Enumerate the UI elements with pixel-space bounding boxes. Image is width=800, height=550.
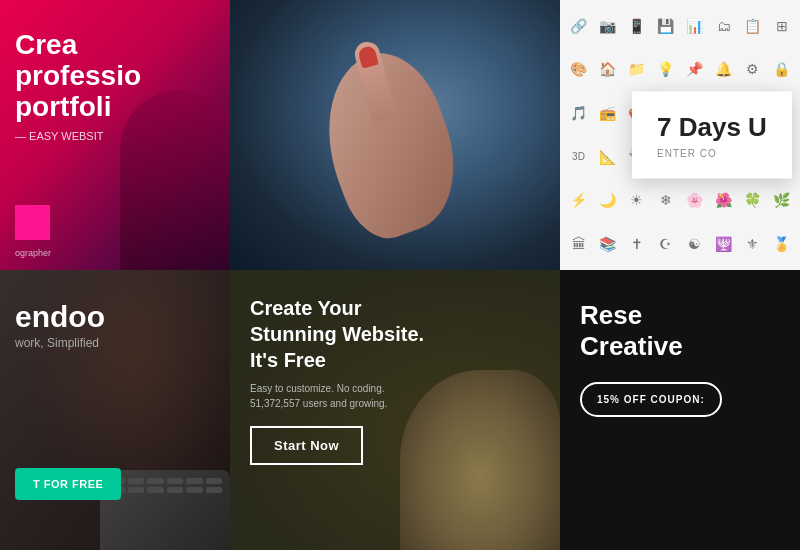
icon-item: 🌿 [768,180,795,222]
cell-vendoo: endoo work, Simplified T FOR FREE [0,270,230,550]
site-label: ographer [15,248,51,258]
icon-item: 🕎 [710,223,737,265]
icon-item: 💡 [652,49,679,91]
icon-item: 📋 [739,5,766,47]
start-now-button[interactable]: Start Now [250,426,363,465]
icon-item: ⚜ [739,223,766,265]
icon-item: 📚 [594,223,621,265]
icon-item: 📷 [594,5,621,47]
vendoo-cta-button[interactable]: T FOR FREE [15,468,121,500]
hand-photo-sim [230,0,560,270]
main-grid: Crea professio portfoli — EASY WEBSIT og… [0,0,800,550]
icon-item: 3D [565,136,592,178]
wix-headline: Create Your Stunning Website. It's Free [250,295,540,373]
reserve-headline: Rese Creative [580,300,780,362]
days-text: 7 Days U [657,112,767,143]
fingernail [357,44,379,68]
icon-item: 🏛 [565,223,592,265]
icon-item: 🎨 [565,49,592,91]
hand-shape [302,39,476,249]
vendoo-brand: endoo work, Simplified [15,300,105,350]
promo-overlay-card: 7 Days U ENTER CO [632,92,792,179]
reserve-content: Rese Creative 15% OFF COUPON: [560,270,800,447]
icon-item: 🌺 [710,180,737,222]
icon-item: ⚙ [739,49,766,91]
wix-subtext: Easy to customize. No coding. 51,372,557… [250,381,540,411]
icon-item: 📊 [681,5,708,47]
icon-item: ⊞ [768,5,795,47]
cell-reserve-creative: Rese Creative 15% OFF COUPON: [560,270,800,550]
icon-item: 🔗 [565,5,592,47]
icon-item: 🎵 [565,92,592,134]
cell-portfolio: Crea professio portfoli — EASY WEBSIT og… [0,0,230,270]
pink-accent-block [15,205,50,240]
cell-hand-photo [230,0,560,270]
icon-item: 🔒 [768,49,795,91]
cell-icons: 🔗 📷 📱 💾 📊 🗂 📋 ⊞ 🎨 🏠 📁 💡 📌 🔔 ⚙ 🔒 🎵 📻 📢 🔊 … [560,0,800,270]
wix-content: Create Your Stunning Website. It's Free … [230,270,560,490]
icon-item: 📻 [594,92,621,134]
icon-item: 📌 [681,49,708,91]
icon-item: ⚡ [565,180,592,222]
vendoo-tagline: work, Simplified [15,336,105,350]
icon-item: 🌸 [681,180,708,222]
icon-item: ☀ [623,180,650,222]
portfolio-title: Crea professio portfoli [15,30,215,122]
icon-item: 🍀 [739,180,766,222]
icon-item: 🗂 [710,5,737,47]
icon-item: 🏠 [594,49,621,91]
cell-website-builder: Create Your Stunning Website. It's Free … [230,270,560,550]
vendoo-brand-name: endoo [15,300,105,334]
icon-item: ☪ [652,223,679,265]
icon-item: 💾 [652,5,679,47]
icon-item: 📐 [594,136,621,178]
icon-item: ✝ [623,223,650,265]
coupon-button[interactable]: 15% OFF COUPON: [580,382,722,417]
enter-code-text: ENTER CO [657,148,767,159]
icon-item: 📱 [623,5,650,47]
icon-item: ☯ [681,223,708,265]
icon-item: ❄ [652,180,679,222]
portfolio-subtitle: — EASY WEBSIT [15,130,215,142]
icon-item: 🌙 [594,180,621,222]
icon-item: 🏅 [768,223,795,265]
icon-item: 🔔 [710,49,737,91]
icon-item: 📁 [623,49,650,91]
